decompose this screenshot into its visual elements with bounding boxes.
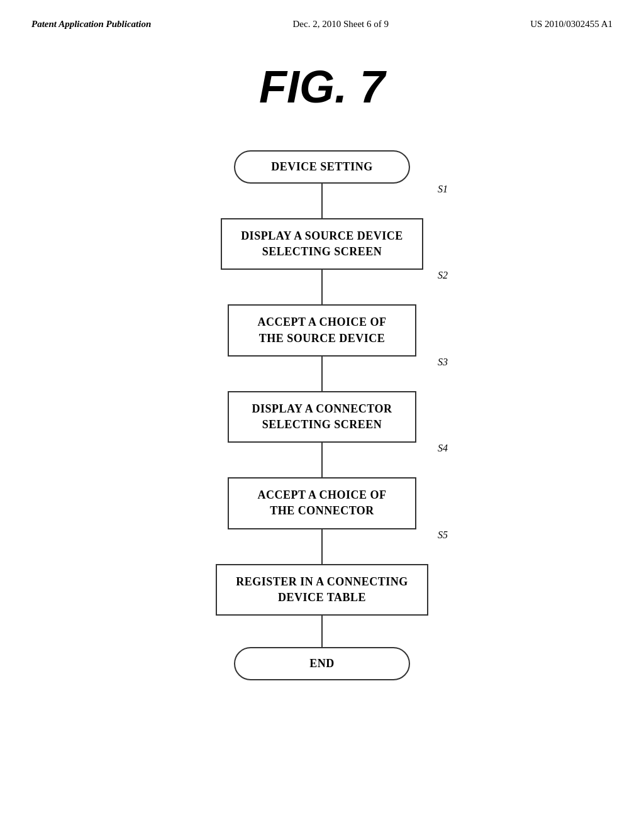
flowchart: DEVICE SETTING S1 DISPLAY A SOURCE DEVIC…	[0, 150, 644, 718]
connector-line-5	[321, 529, 323, 564]
step-accept-connector: ACCEPT A CHOICE OFTHE CONNECTOR	[228, 477, 416, 529]
line-s5: S5	[321, 529, 323, 564]
step-label-s4: S4	[438, 443, 448, 454]
connector-line-4	[321, 443, 323, 477]
publication-label: Patent Application Publication	[31, 19, 151, 30]
line-s4: S4	[321, 443, 323, 477]
end-box: END	[234, 647, 410, 680]
step-label-s2: S2	[438, 270, 448, 281]
line-s1: S1	[321, 184, 323, 218]
line-end	[321, 616, 323, 647]
step-label-s5: S5	[438, 529, 448, 541]
connector-line-2	[321, 270, 323, 304]
step-display-source: DISPLAY A SOURCE DEVICESELECTING SCREEN	[221, 218, 423, 270]
display-source-box: DISPLAY A SOURCE DEVICESELECTING SCREEN	[221, 218, 423, 270]
step-accept-source: ACCEPT A CHOICE OFTHE SOURCE DEVICE	[228, 304, 416, 356]
step-end: END	[234, 647, 410, 680]
step-display-connector: DISPLAY A CONNECTORSELECTING SCREEN	[228, 391, 416, 443]
accept-connector-box: ACCEPT A CHOICE OFTHE CONNECTOR	[228, 477, 416, 529]
line-s2: S2	[321, 270, 323, 304]
accept-source-box: ACCEPT A CHOICE OFTHE SOURCE DEVICE	[228, 304, 416, 356]
step-register: REGISTER IN A CONNECTINGDEVICE TABLE	[216, 564, 428, 616]
connector-line-1	[321, 184, 323, 218]
step-label-s1: S1	[438, 184, 448, 195]
device-setting-box: DEVICE SETTING	[234, 150, 410, 184]
figure-title: FIG. 7	[0, 61, 644, 113]
line-s3: S3	[321, 357, 323, 391]
display-connector-box: DISPLAY A CONNECTORSELECTING SCREEN	[228, 391, 416, 443]
step-device-setting: DEVICE SETTING	[234, 150, 410, 184]
connector-line-3	[321, 357, 323, 391]
page-header: Patent Application Publication Dec. 2, 2…	[0, 0, 644, 36]
patent-number-label: US 2010/0302455 A1	[530, 19, 613, 30]
date-sheet-label: Dec. 2, 2010 Sheet 6 of 9	[292, 19, 388, 30]
register-box: REGISTER IN A CONNECTINGDEVICE TABLE	[216, 564, 428, 616]
step-label-s3: S3	[438, 357, 448, 368]
